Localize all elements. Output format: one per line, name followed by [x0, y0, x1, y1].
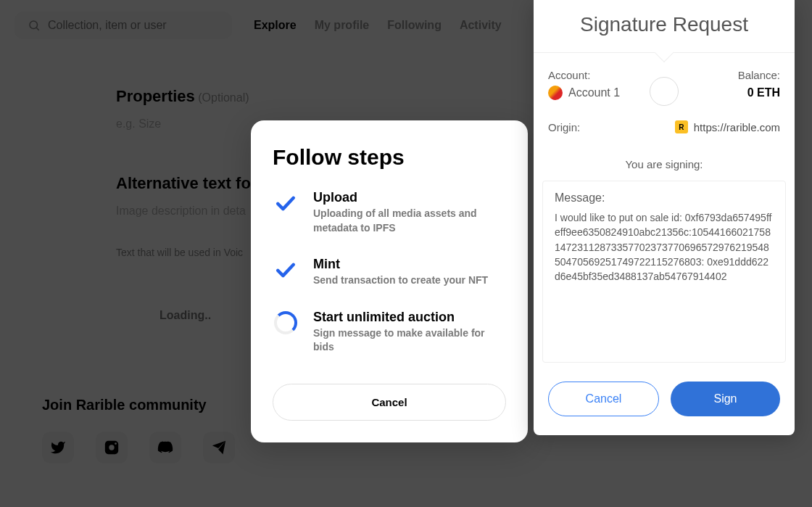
nav-activity[interactable]: Activity: [460, 19, 502, 32]
follow-steps-modal: Follow steps Upload Uploading of all med…: [251, 120, 528, 442]
community-title: Join Rarible community: [42, 397, 235, 413]
nav-my-profile[interactable]: My profile: [315, 19, 370, 32]
spinner-icon: [273, 310, 299, 336]
search-icon: [28, 19, 41, 32]
step-auction-desc: Sign message to make available for bids: [313, 326, 506, 355]
properties-title: Properties: [116, 87, 195, 105]
account-label: Account:: [548, 69, 590, 81]
origin-label: Origin:: [548, 121, 580, 133]
follow-steps-title: Follow steps: [273, 145, 506, 170]
properties-optional: (Optional): [198, 91, 249, 104]
check-icon: [273, 190, 299, 216]
signature-cancel-button[interactable]: Cancel: [548, 382, 659, 416]
step-upload: Upload Uploading of all media assets and…: [273, 190, 506, 235]
step-auction: Start unlimited auction Sign message to …: [273, 310, 506, 355]
origin-url: https://rarible.com: [694, 121, 780, 133]
balance-label: Balance:: [738, 69, 780, 81]
svg-point-3: [109, 445, 114, 450]
step-auction-title: Start unlimited auction: [313, 310, 506, 325]
svg-line-1: [36, 28, 39, 30]
search-input[interactable]: [48, 19, 193, 32]
signature-request-panel: Signature Request Account: Balance: Acco…: [534, 0, 795, 435]
message-box: Message: I would like to put on sale id:…: [542, 181, 786, 363]
message-content: I would like to put on sale id: 0xf6793d…: [555, 210, 774, 284]
account-name: Account 1: [568, 86, 620, 99]
account-avatar-icon: [548, 86, 563, 100]
signature-title: Signature Request: [534, 0, 795, 53]
step-upload-desc: Uploading of all media assets and metada…: [313, 207, 506, 235]
step-mint-desc: Send transaction to create your NFT: [313, 273, 488, 288]
step-mint-title: Mint: [313, 257, 488, 272]
twitter-icon[interactable]: [42, 432, 74, 463]
search-box[interactable]: [14, 12, 232, 39]
follow-cancel-button[interactable]: Cancel: [273, 384, 506, 421]
rarible-icon: R: [675, 120, 688, 133]
signature-sign-button[interactable]: Sign: [671, 382, 780, 416]
step-upload-title: Upload: [313, 190, 506, 205]
check-icon: [273, 257, 299, 283]
svg-point-0: [30, 21, 38, 29]
instagram-icon[interactable]: [96, 432, 128, 463]
discord-icon[interactable]: [149, 432, 181, 463]
telegram-icon[interactable]: [203, 432, 235, 463]
svg-point-4: [115, 442, 117, 445]
step-mint: Mint Send transaction to create your NFT: [273, 257, 506, 288]
balance-value: 0 ETH: [747, 86, 780, 99]
nav-following[interactable]: Following: [387, 19, 442, 32]
account-avatar-circle: [650, 77, 679, 106]
nav-explore[interactable]: Explore: [254, 19, 297, 32]
message-label: Message:: [555, 191, 774, 205]
signing-text: You are signing:: [534, 144, 795, 181]
